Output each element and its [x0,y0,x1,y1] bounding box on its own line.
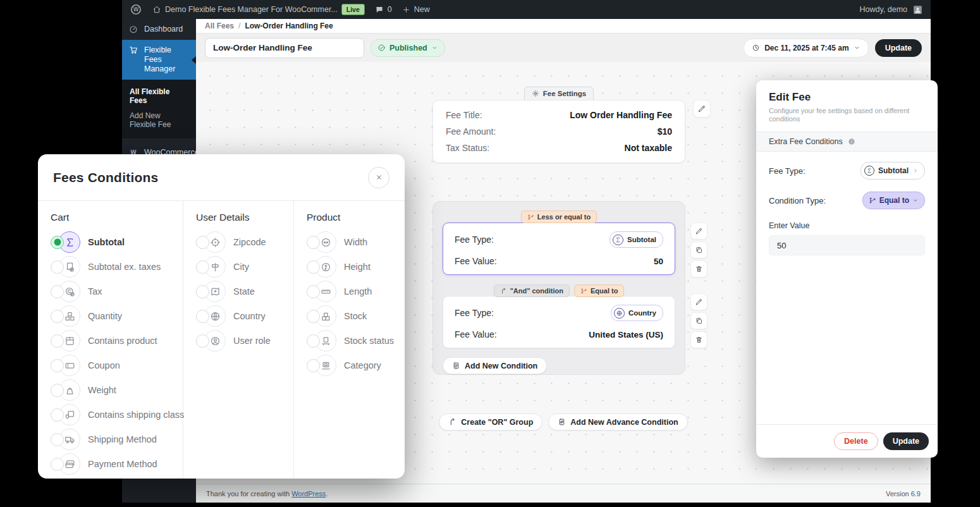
howdy-text[interactable]: Howdy, demo [860,5,908,14]
site-name: Demo Flexible Fees Manager For WooCommer… [165,5,338,14]
copy-condition-button[interactable] [690,312,707,329]
radio-button [307,359,320,372]
option-label: Height [344,262,371,272]
comments-link[interactable]: 0 [375,5,392,14]
add-new-condition-button[interactable]: Add New Condition [443,357,547,374]
create-or-group-button[interactable]: Create "OR" Group [439,413,542,431]
condition-card-country[interactable]: Fee Type: Country Fee Value: United Stat… [443,296,675,348]
column-header: Product [307,212,405,223]
option-label: User role [233,336,271,346]
delete-condition-button[interactable] [690,331,707,348]
submenu-item-all-flexible-fees[interactable]: All Flexible Fees [122,84,196,108]
ticket-icon [64,360,76,372]
condition2-actions [690,293,707,348]
condition-option[interactable]: Contains shipping class [51,404,183,425]
copy-condition-button[interactable] [690,241,707,259]
condition-option[interactable]: Stock [307,305,405,327]
condition-option[interactable]: Stock status [307,330,405,351]
info-icon[interactable]: i [847,137,856,146]
site-name-link[interactable]: Demo Flexible Fees Manager For WooCommer… [152,4,365,15]
radio-button [196,310,209,323]
edit-condition-button[interactable] [690,293,707,310]
stock-icon [320,310,332,322]
condition-option[interactable]: Width [307,231,405,253]
sidebar-item-dashboard[interactable]: Dashboard [122,19,196,40]
branch-icon [527,214,534,221]
and-condition-tag[interactable]: "And" condition [494,284,570,297]
radio-button [307,310,320,323]
width-icon [320,236,332,248]
chevron-down-icon [431,44,438,51]
condition-option[interactable]: Length [307,281,405,302]
publish-date-dropdown[interactable]: Dec 11, 2025 at 7:45 am [744,39,868,58]
country-type-pill[interactable]: Country [611,305,663,321]
condition-option[interactable]: Tax [51,281,183,302]
subtotal-type-pill[interactable]: Subtotal [609,231,663,248]
avatar[interactable] [912,4,923,15]
condition-option[interactable]: Weight [51,379,183,401]
chevron-down-icon [854,44,861,51]
wordpress-logo-icon[interactable]: W [130,3,142,16]
condition-group: Less or equal to Fee Type: Subtotal Fee … [432,201,685,375]
delete-condition-button[interactable] [690,260,707,278]
condition-option[interactable]: City [196,256,293,278]
option-label: Quantity [88,311,122,321]
edit-fee-settings-button[interactable] [693,100,711,118]
fee-type-selector[interactable]: Subtotal [861,162,925,180]
condition-option[interactable]: Subtotal ex. taxes [51,256,183,278]
ruler-icon [320,286,332,298]
condition-option[interactable]: Height [307,256,405,278]
enter-value-label: Enter Value [769,221,925,230]
update-button[interactable]: Update [875,39,922,57]
close-icon [375,173,383,181]
sidebar-item-flexible-fees-manager[interactable]: Flexible Fees Manager [122,40,196,80]
condition-option[interactable]: Contains product [51,330,183,351]
fee-title-input[interactable] [205,38,364,58]
new-label: New [414,5,430,14]
footer-thanks: Thank you for creating with WordPress. [206,490,328,498]
sigma-icon [64,236,76,248]
condition-value-input[interactable] [769,235,925,255]
option-label: Category [344,360,381,370]
condition-option[interactable]: Payment Method [51,453,183,475]
condition-option[interactable]: Quantity [51,305,183,327]
panel-update-button[interactable]: Update [883,432,929,450]
close-button[interactable] [368,167,389,188]
condition-option[interactable]: Zipcode [196,231,293,253]
status-dropdown[interactable]: Published [371,39,445,57]
option-label: Length [344,286,372,296]
equal-to-tag[interactable]: Equal to [574,284,624,297]
new-menu[interactable]: New [402,5,430,14]
height-icon [320,261,332,273]
condition-option[interactable]: User role [196,330,293,351]
fee-settings-card[interactable]: Fee Title: Low Order Handling Fee Fee Am… [432,100,685,163]
condition-type-selector[interactable]: Equal to [862,192,925,209]
condition-card-subtotal[interactable]: Fee Type: Subtotal Fee Value: 50 [443,223,675,275]
condition-option[interactable]: Coupon [51,355,183,376]
add-advance-condition-button[interactable]: Add New Advance Condition [548,413,687,431]
breadcrumb-parent-link[interactable]: All Fees [205,21,234,30]
condition-option[interactable]: Shipping Method [51,429,183,450]
option-label: City [233,262,249,272]
condition-option[interactable]: Country [196,305,293,327]
submenu-item-add-new-flexible-fee[interactable]: Add New Flexible Fee [122,108,196,132]
delete-button[interactable]: Delete [834,432,878,450]
option-label: Country [233,311,266,321]
signpost-icon [209,261,221,273]
radio-button [51,310,64,323]
condition-option[interactable]: State [196,281,293,302]
coin-off-icon [64,286,76,298]
radio-button [196,285,209,298]
breadcrumb: All Fees / Low-Order Handling Fee [196,19,931,34]
condition-option[interactable]: Category [307,355,405,376]
less-or-equal-tag[interactable]: Less or equal to [521,211,597,223]
live-badge: Live [341,4,365,15]
edit-condition-button[interactable] [690,223,707,240]
radio-button [51,359,64,372]
receipt-off-icon [64,261,76,273]
wordpress-link[interactable]: WordPress [291,490,326,498]
fee-title-row: Fee Title: Low Order Handling Fee [446,110,672,120]
condition-option[interactable]: Subtotal [51,231,183,253]
fee-settings-tag[interactable]: Fee Settings [524,87,594,100]
comment-icon [375,5,384,14]
